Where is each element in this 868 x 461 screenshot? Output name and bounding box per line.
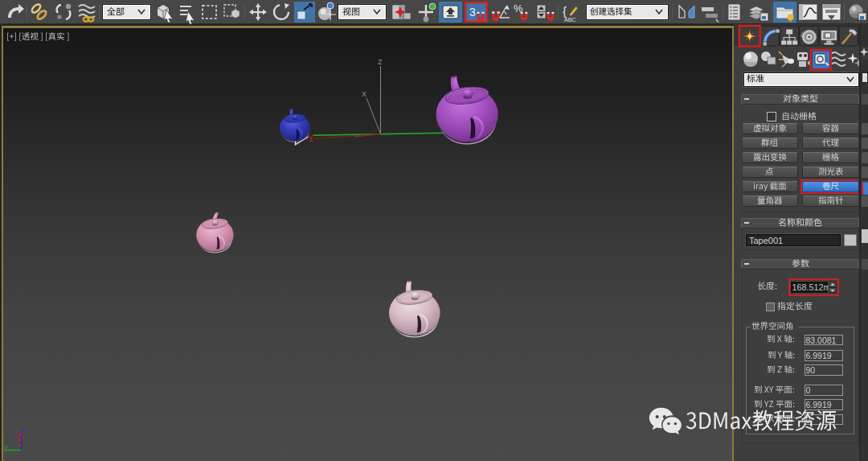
svg-text:Y: Y (3, 443, 9, 452)
svg-text:Z: Z (378, 58, 383, 66)
svg-text:Z: Z (20, 427, 25, 436)
svg-text:X: X (362, 90, 366, 98)
